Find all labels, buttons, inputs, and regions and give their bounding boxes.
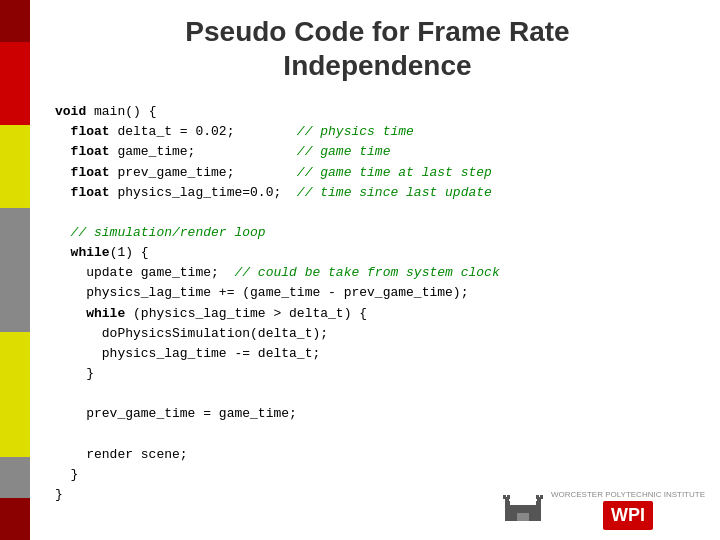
color-segment-11: [0, 415, 30, 457]
svg-rect-7: [507, 495, 510, 499]
code-line-3: float game_time; // game time: [55, 142, 700, 162]
color-segment-1: [0, 0, 30, 42]
color-segment-8: [0, 291, 30, 333]
wpi-logo-container: WORCESTER POLYTECHNIC INSTITUTE WPI: [551, 490, 705, 530]
color-bar: [0, 0, 30, 540]
wpi-tagline: WORCESTER POLYTECHNIC INSTITUTE: [551, 490, 705, 499]
code-line-11: while (physics_lag_time > delta_t) {: [55, 304, 700, 324]
code-block: void main() { float delta_t = 0.02; // p…: [55, 102, 700, 505]
svg-rect-9: [540, 495, 543, 499]
code-line-10: physics_lag_time += (game_time - prev_ga…: [55, 283, 700, 303]
code-line-12: doPhysicsSimulation(delta_t);: [55, 324, 700, 344]
code-line-18: render scene;: [55, 445, 700, 465]
castle-icon: [503, 493, 543, 528]
color-segment-3: [0, 83, 30, 125]
page-title: Pseudo Code for Frame Rate Independence: [55, 15, 700, 82]
svg-rect-6: [503, 495, 506, 499]
code-line-5: float physics_lag_time=0.0; // time sinc…: [55, 183, 700, 203]
color-segment-9: [0, 332, 30, 374]
color-segment-7: [0, 249, 30, 291]
code-line-19: }: [55, 465, 700, 485]
code-line-1: void main() {: [55, 102, 700, 122]
svg-rect-5: [517, 513, 529, 521]
color-segment-4: [0, 125, 30, 167]
svg-rect-1: [536, 501, 541, 521]
code-line-8: while(1) {: [55, 243, 700, 263]
code-line-2: float delta_t = 0.02; // physics time: [55, 122, 700, 142]
color-segment-5: [0, 166, 30, 208]
code-line-9: update game_time; // could be take from …: [55, 263, 700, 283]
code-line-16: prev_game_time = game_time;: [55, 404, 700, 424]
code-line-6: [55, 203, 700, 223]
logo-area: WORCESTER POLYTECHNIC INSTITUTE WPI: [503, 490, 705, 530]
code-line-15: [55, 384, 700, 404]
color-segment-12: [0, 457, 30, 499]
color-segment-2: [0, 42, 30, 84]
keyword-void: void: [55, 104, 86, 119]
wpi-logo: WPI: [603, 501, 653, 530]
color-segment-13: [0, 498, 30, 540]
svg-rect-0: [505, 501, 510, 521]
title-line2: Independence: [283, 50, 471, 81]
code-line-14: }: [55, 364, 700, 384]
code-line-4: float prev_game_time; // game time at la…: [55, 163, 700, 183]
color-segment-6: [0, 208, 30, 250]
svg-rect-8: [536, 495, 539, 499]
code-line-7: // simulation/render loop: [55, 223, 700, 243]
main-content: Pseudo Code for Frame Rate Independence …: [35, 0, 720, 515]
title-line1: Pseudo Code for Frame Rate: [185, 16, 569, 47]
code-line-13: physics_lag_time -= delta_t;: [55, 344, 700, 364]
color-segment-10: [0, 374, 30, 416]
code-line-17: [55, 424, 700, 444]
